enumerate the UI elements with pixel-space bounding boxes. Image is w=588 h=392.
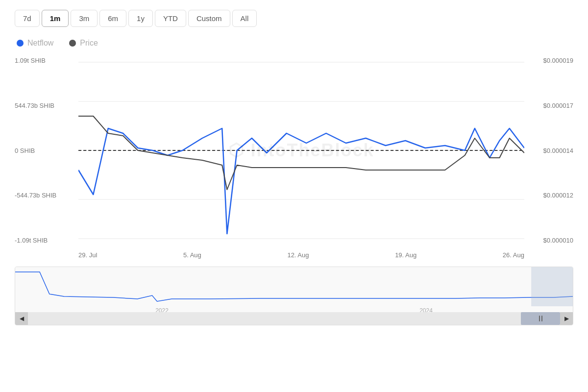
- y-left-label-0: 1.09t SHIB: [15, 57, 78, 64]
- price-line: [78, 116, 524, 190]
- navigator-svg: [15, 267, 573, 306]
- y-right-label-2: $0.000014: [524, 147, 573, 154]
- chart-svg-container: ⬡ IntoTheBlock: [78, 52, 524, 248]
- nav-handle-lines: [539, 316, 542, 321]
- time-btn-7d[interactable]: 7d: [15, 10, 40, 27]
- x-label-2: 12. Aug: [287, 251, 309, 259]
- time-btn-3m[interactable]: 3m: [71, 10, 98, 27]
- y-axis-right: $0.000019$0.000017$0.000014$0.000012$0.0…: [524, 52, 573, 248]
- y-axis-left: 1.09t SHIB544.73b SHIB0 SHIB-544.73b SHI…: [15, 52, 78, 248]
- time-btn-ytd[interactable]: YTD: [155, 10, 186, 27]
- nav-track[interactable]: [28, 312, 560, 325]
- svg-rect-6: [15, 267, 573, 306]
- y-right-label-0: $0.000019: [524, 57, 573, 64]
- x-label-0: 29. Jul: [78, 251, 97, 259]
- x-label-1: 5. Aug: [183, 251, 201, 259]
- scroll-right-button[interactable]: ▶: [560, 312, 573, 325]
- y-right-label-3: $0.000012: [524, 192, 573, 198]
- y-left-label-1: 544.73b SHIB: [15, 102, 78, 109]
- price-dot: [69, 40, 76, 47]
- navigator[interactable]: 2022 2024 ◀ ▶: [15, 267, 573, 325]
- x-label-4: 26. Aug: [503, 251, 524, 259]
- time-btn-custom[interactable]: Custom: [188, 10, 230, 27]
- y-left-label-3: -544.73b SHIB: [15, 192, 78, 198]
- chart-wrapper: 1.09t SHIB544.73b SHIB0 SHIB-544.73b SHI…: [15, 52, 573, 325]
- handle-line-1: [539, 316, 540, 321]
- legend-price-label: Price: [80, 39, 98, 48]
- time-btn-6m[interactable]: 6m: [99, 10, 126, 27]
- y-right-label-4: $0.000010: [524, 237, 573, 244]
- y-left-label-2: 0 SHIB: [15, 147, 78, 154]
- time-btn-all[interactable]: All: [232, 10, 257, 27]
- x-axis: 29. Jul5. Aug12. Aug19. Aug26. Aug: [78, 248, 524, 259]
- y-right-label-1: $0.000017: [524, 102, 573, 109]
- legend-netflow-label: Netflow: [27, 39, 53, 48]
- legend: Netflow Price: [15, 39, 573, 48]
- netflow-dot: [17, 40, 24, 47]
- y-left-label-4: -1.09t SHIB: [15, 237, 78, 244]
- handle-line-2: [541, 316, 542, 321]
- time-btn-1y[interactable]: 1y: [128, 10, 153, 27]
- time-btn-1m[interactable]: 1m: [42, 10, 69, 27]
- main-chart: 1.09t SHIB544.73b SHIB0 SHIB-544.73b SHI…: [15, 52, 573, 248]
- svg-rect-7: [531, 267, 573, 306]
- nav-scroll-bar[interactable]: ◀ ▶: [15, 312, 573, 325]
- legend-netflow: Netflow: [17, 39, 53, 48]
- legend-price: Price: [69, 39, 98, 48]
- chart-svg: [78, 52, 524, 248]
- netflow-line: [78, 128, 524, 234]
- time-range-bar: 7d1m3m6m1yYTDCustomAll: [15, 10, 573, 27]
- x-label-3: 19. Aug: [395, 251, 416, 259]
- nav-handle[interactable]: [521, 312, 560, 325]
- scroll-left-button[interactable]: ◀: [15, 312, 28, 325]
